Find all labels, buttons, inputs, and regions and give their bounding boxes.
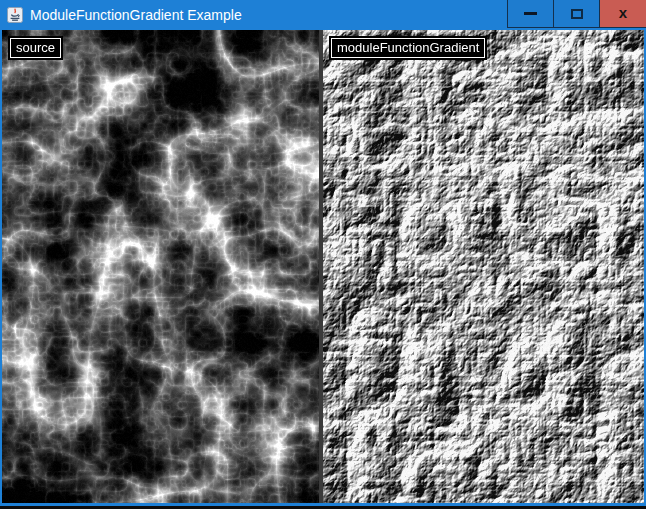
source-image-label: source bbox=[10, 38, 61, 58]
close-icon: x bbox=[619, 5, 627, 20]
minimize-icon bbox=[524, 12, 537, 15]
window-title: ModuleFunctionGradient Example bbox=[30, 0, 242, 30]
java-coffee-cup-icon bbox=[7, 7, 23, 23]
module-function-gradient-image bbox=[323, 30, 644, 503]
source-image-label-text: source bbox=[16, 40, 55, 55]
source-image-panel: source bbox=[2, 30, 319, 503]
titlebar[interactable]: ModuleFunctionGradient Example x bbox=[0, 0, 646, 30]
gradient-image-panel: moduleFunctionGradient bbox=[323, 30, 644, 503]
minimize-button[interactable] bbox=[507, 0, 554, 28]
desktop: { "window": { "title": "ModuleFunctionGr… bbox=[0, 0, 646, 509]
image-grid: source moduleFunctionGradient bbox=[2, 30, 644, 503]
gradient-image-label: moduleFunctionGradient bbox=[331, 38, 485, 58]
gradient-image-label-text: moduleFunctionGradient bbox=[337, 40, 479, 55]
maximize-icon bbox=[571, 9, 583, 19]
app-window: ModuleFunctionGradient Example x source … bbox=[0, 0, 646, 506]
window-controls: x bbox=[507, 0, 646, 28]
close-button[interactable]: x bbox=[599, 0, 646, 28]
maximize-button[interactable] bbox=[553, 0, 600, 28]
source-image bbox=[2, 30, 319, 503]
